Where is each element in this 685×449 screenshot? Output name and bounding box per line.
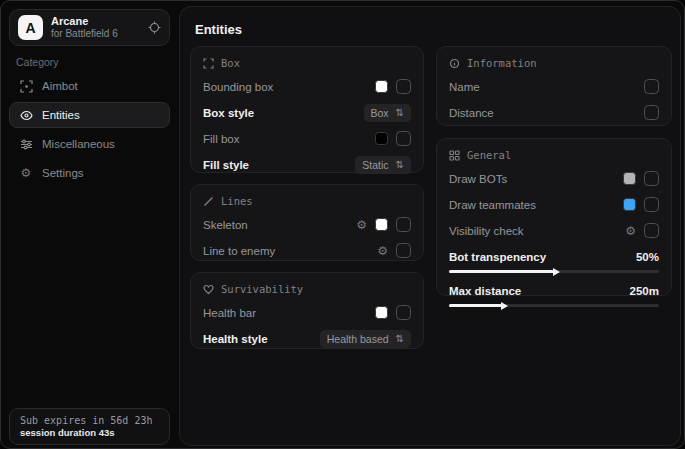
health-style-dropdown[interactable]: Health based ⇅ xyxy=(320,330,411,348)
general-card-header: General xyxy=(449,149,659,161)
line-to-enemy-checkbox[interactable] xyxy=(396,243,411,258)
card-title: Information xyxy=(467,57,537,69)
app-subtitle: for Battlefield 6 xyxy=(51,28,140,40)
box-style-dropdown[interactable]: Box ⇅ xyxy=(364,104,411,122)
sidebar-item-aimbot[interactable]: Aimbot xyxy=(9,73,170,99)
setting-label: Health style xyxy=(203,333,268,345)
setting-label: Draw BOTs xyxy=(449,173,507,185)
color-swatch[interactable] xyxy=(623,198,636,211)
crosshair-icon[interactable] xyxy=(148,21,161,34)
sidebar-item-settings[interactable]: ⚙ Settings xyxy=(9,160,170,186)
sidebar: A Arcane for Battlefield 6 Category xyxy=(1,1,179,448)
category-label: Category xyxy=(16,56,59,68)
setting-label: Visibility check xyxy=(449,225,524,237)
setting-label: Line to enemy xyxy=(203,245,275,257)
gear-icon[interactable]: ⚙ xyxy=(377,245,388,257)
skeleton-checkbox[interactable] xyxy=(396,217,411,232)
app-name: Arcane xyxy=(51,15,140,28)
slider-value: 50% xyxy=(636,251,659,263)
health-bar-checkbox[interactable] xyxy=(396,305,411,320)
max-distance-slider[interactable] xyxy=(449,304,659,307)
entities-eye-icon xyxy=(19,109,33,122)
setting-row-draw-teammates: Draw teammates xyxy=(449,196,659,213)
setting-row-line-to-enemy: Line to enemy ⚙ xyxy=(203,242,411,259)
visibility-check-checkbox[interactable] xyxy=(644,223,659,238)
setting-row-health-bar: Health bar xyxy=(203,304,411,321)
card-title: General xyxy=(467,149,511,161)
setting-row-visibility-check: Visibility check ⚙ xyxy=(449,222,659,239)
sidebar-item-label: Settings xyxy=(42,167,84,179)
setting-row-max-distance: Max distance 250m xyxy=(449,283,659,298)
box-brackets-icon xyxy=(203,58,214,69)
bot-transparency-slider[interactable] xyxy=(449,270,659,273)
chevron-updown-icon: ⇅ xyxy=(396,333,404,344)
color-swatch[interactable] xyxy=(375,306,388,319)
setting-label: Fill style xyxy=(203,159,249,171)
app-logo: A xyxy=(18,15,43,40)
color-swatch[interactable] xyxy=(375,132,388,145)
sidebar-item-miscellaneous[interactable]: Miscellaneous xyxy=(9,131,170,157)
general-card: General Draw BOTs Draw teammates Visibil… xyxy=(436,138,672,296)
subscription-info-box: Sub expires in 56d 23h session duration … xyxy=(9,408,170,445)
setting-row-draw-bots: Draw BOTs xyxy=(449,170,659,187)
color-swatch[interactable] xyxy=(375,80,388,93)
distance-checkbox[interactable] xyxy=(644,105,659,120)
lines-card: Lines Skeleton ⚙ Line to enemy ⚙ xyxy=(190,184,424,261)
card-title: Box xyxy=(221,57,240,69)
setting-row-health-style: Health style Health based ⇅ xyxy=(203,330,411,347)
slider-thumb[interactable] xyxy=(501,302,508,310)
app-title-block: Arcane for Battlefield 6 xyxy=(51,15,140,39)
setting-row-name: Name xyxy=(449,78,659,95)
setting-label: Bounding box xyxy=(203,81,273,93)
setting-row-bounding-box: Bounding box xyxy=(203,78,411,95)
fill-box-checkbox[interactable] xyxy=(396,131,411,146)
bounding-box-checkbox[interactable] xyxy=(396,79,411,94)
box-card: Box Bounding box Box style Box ⇅ Fill bo… xyxy=(190,46,424,173)
sidebar-item-label: Miscellaneous xyxy=(42,138,115,150)
setting-row-distance: Distance xyxy=(449,104,659,121)
dropdown-value: Health based xyxy=(327,333,389,345)
dropdown-value: Static xyxy=(362,159,388,171)
dropdown-value: Box xyxy=(371,107,389,119)
setting-row-bot-transparency: Bot transpenency 50% xyxy=(449,249,659,264)
setting-label: Name xyxy=(449,81,480,93)
setting-label: Draw teammates xyxy=(449,199,536,211)
setting-label: Distance xyxy=(449,107,494,119)
setting-row-fill-style: Fill style Static ⇅ xyxy=(203,156,411,173)
setting-label: Fill box xyxy=(203,133,239,145)
draw-bots-checkbox[interactable] xyxy=(644,171,659,186)
app-window: A Arcane for Battlefield 6 Category xyxy=(0,0,685,449)
setting-row-skeleton: Skeleton ⚙ xyxy=(203,216,411,233)
session-duration-text: session duration 43s xyxy=(20,427,159,438)
fill-style-dropdown[interactable]: Static ⇅ xyxy=(355,156,411,174)
card-title: Lines xyxy=(221,195,253,207)
color-swatch[interactable] xyxy=(375,218,388,231)
setting-label: Bot transpenency xyxy=(449,251,546,263)
sidebar-nav: Aimbot Entities Miscella xyxy=(9,73,170,186)
grid-icon xyxy=(449,150,460,161)
slider-value: 250m xyxy=(630,285,659,297)
card-title: Survivability xyxy=(221,283,303,295)
survivability-card-header: Survivability xyxy=(203,283,411,295)
diagonal-line-icon xyxy=(203,196,214,207)
app-logo-card: A Arcane for Battlefield 6 xyxy=(9,9,170,46)
lines-card-header: Lines xyxy=(203,195,411,207)
app-logo-letter: A xyxy=(25,20,35,36)
setting-label: Max distance xyxy=(449,285,521,297)
slider-thumb[interactable] xyxy=(553,268,560,276)
sliders-icon xyxy=(19,138,33,151)
heart-pulse-icon xyxy=(203,284,214,295)
name-checkbox[interactable] xyxy=(644,79,659,94)
setting-label: Health bar xyxy=(203,307,256,319)
setting-row-fill-box: Fill box xyxy=(203,130,411,147)
gear-icon[interactable]: ⚙ xyxy=(356,219,367,231)
crosshair-scan-icon xyxy=(19,80,33,93)
box-card-header: Box xyxy=(203,57,411,69)
setting-row-box-style: Box style Box ⇅ xyxy=(203,104,411,121)
color-swatch[interactable] xyxy=(623,172,636,185)
draw-teammates-checkbox[interactable] xyxy=(644,197,659,212)
survivability-card: Survivability Health bar Health style He… xyxy=(190,272,424,349)
page-title: Entities xyxy=(195,22,242,37)
gear-icon[interactable]: ⚙ xyxy=(625,225,636,237)
sidebar-item-entities[interactable]: Entities xyxy=(9,102,170,128)
